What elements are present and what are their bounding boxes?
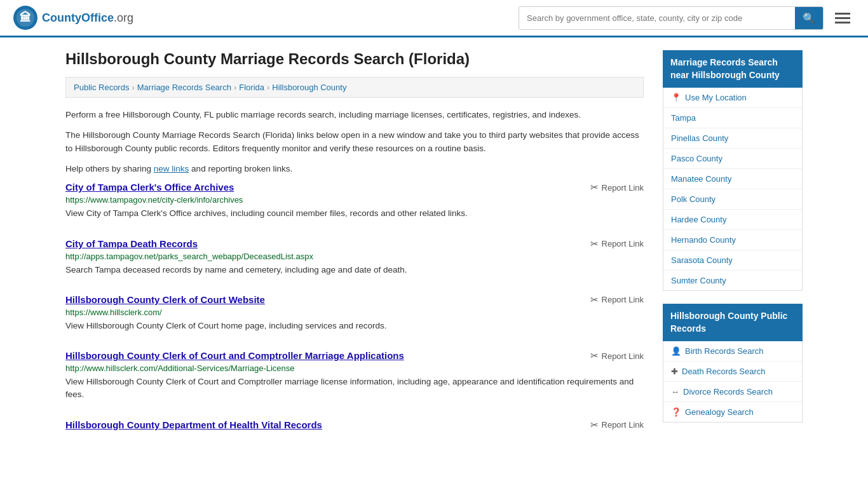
sidebar-item-divorce-records[interactable]: ↔ Divorce Records Search [663, 382, 802, 402]
breadcrumb-public-records[interactable]: Public Records [74, 83, 129, 92]
result-url: https://www.tampagov.net/city-clerk/info… [65, 195, 644, 205]
report-label: Report Link [602, 420, 644, 430]
result-header: City of Tampa Clerk's Office Archives ✂ … [65, 182, 644, 193]
site-header: 🏛 CountyOffice.org 🔍 [0, 0, 868, 37]
logo-area: 🏛 CountyOffice.org [13, 5, 133, 30]
sidebar-item-manatee[interactable]: Manatee County [663, 169, 802, 189]
sidebar-item-sarasota[interactable]: Sarasota County [663, 250, 802, 271]
sidebar-item-hardee[interactable]: Hardee County [663, 210, 802, 230]
result-header: Hillsborough County Clerk of Court and C… [65, 350, 644, 362]
report-label: Report Link [602, 351, 644, 361]
result-url: http://apps.tampagov.net/parks_search_we… [65, 252, 644, 261]
sidebar-public-records-list: 👤 Birth Records Search ✚ Death Records S… [663, 341, 803, 423]
result-header: City of Tampa Death Records ✂ Report Lin… [65, 238, 644, 250]
description-2: The Hillsborough County Marriage Records… [65, 128, 644, 156]
result-item: Hillsborough County Clerk of Court Websi… [65, 294, 644, 332]
cross-icon: ✚ [671, 367, 678, 376]
new-links-link[interactable]: new links [154, 164, 189, 173]
search-button[interactable]: 🔍 [795, 7, 823, 29]
report-icon: ✂ [590, 419, 599, 431]
manatee-link[interactable]: Manatee County [671, 174, 731, 184]
sidebar-nearby-header: Marriage Records Search near Hillsboroug… [663, 50, 803, 88]
content-area: Hillsborough County Marriage Records Sea… [65, 50, 644, 449]
sidebar-item-death-records[interactable]: ✚ Death Records Search [663, 362, 802, 382]
hernando-link[interactable]: Hernando County [671, 235, 736, 245]
divorce-records-link[interactable]: Divorce Records Search [683, 387, 773, 396]
sidebar-public-records-header: Hillsborough County Public Records [663, 304, 803, 341]
header-right: 🔍 [519, 6, 855, 30]
tampa-link[interactable]: Tampa [671, 113, 696, 123]
logo-icon: 🏛 [13, 5, 38, 30]
result-title[interactable]: Hillsborough County Department of Health… [65, 419, 322, 430]
svg-text:🏛: 🏛 [20, 11, 31, 24]
breadcrumb-hillsborough-county[interactable]: Hillsborough County [272, 83, 346, 92]
report-link-button[interactable]: ✂ Report Link [590, 238, 644, 250]
page-title: Hillsborough County Marriage Records Sea… [65, 50, 644, 68]
question-icon: ❓ [671, 407, 681, 417]
sidebar-use-location[interactable]: 📍 Use My Location [663, 88, 802, 108]
result-item: Hillsborough County Department of Health… [65, 419, 644, 431]
breadcrumb-florida[interactable]: Florida [239, 83, 264, 92]
use-my-location-link[interactable]: Use My Location [685, 93, 747, 102]
menu-line-1 [835, 13, 850, 15]
sidebar-nearby-list: 📍 Use My Location Tampa Pinellas County … [663, 88, 803, 291]
report-link-button[interactable]: ✂ Report Link [590, 419, 644, 431]
report-icon: ✂ [590, 182, 599, 193]
sidebar-item-polk[interactable]: Polk County [663, 189, 802, 210]
report-label: Report Link [602, 295, 644, 304]
report-link-button[interactable]: ✂ Report Link [590, 294, 644, 306]
arrows-icon: ↔ [671, 387, 679, 396]
sidebar-item-pinellas[interactable]: Pinellas County [663, 128, 802, 149]
pasco-link[interactable]: Pasco County [671, 154, 722, 163]
sarasota-link[interactable]: Sarasota County [671, 255, 733, 265]
search-input[interactable] [519, 8, 795, 28]
description-3: Help others by sharing new links and rep… [65, 162, 644, 176]
report-link-button[interactable]: ✂ Report Link [590, 350, 644, 362]
result-header: Hillsborough County Department of Health… [65, 419, 644, 431]
sidebar-nearby-section: Marriage Records Search near Hillsboroug… [663, 50, 803, 291]
location-pin-icon: 📍 [671, 93, 681, 102]
result-desc: View City of Tampa Clerk's Office archiv… [65, 207, 644, 220]
report-label: Report Link [602, 183, 644, 193]
result-desc: Search Tampa deceased records by name an… [65, 264, 644, 276]
report-link-button[interactable]: ✂ Report Link [590, 182, 644, 193]
result-title[interactable]: Hillsborough County Clerk of Court Websi… [65, 294, 265, 305]
report-icon: ✂ [590, 238, 599, 250]
result-header: Hillsborough County Clerk of Court Websi… [65, 294, 644, 306]
sumter-link[interactable]: Sumter County [671, 276, 726, 285]
logo-text: CountyOffice.org [42, 11, 133, 25]
menu-line-3 [835, 22, 850, 24]
genealogy-link[interactable]: Genealogy Search [685, 407, 754, 417]
result-item: City of Tampa Death Records ✂ Report Lin… [65, 238, 644, 276]
search-bar: 🔍 [519, 6, 824, 30]
breadcrumb-marriage-records-search[interactable]: Marriage Records Search [137, 83, 231, 92]
sidebar-public-records-section: Hillsborough County Public Records 👤 Bir… [663, 304, 803, 423]
sidebar-item-sumter[interactable]: Sumter County [663, 271, 802, 290]
hardee-link[interactable]: Hardee County [671, 215, 726, 224]
main-container: Hillsborough County Marriage Records Sea… [53, 37, 815, 461]
menu-button[interactable] [830, 10, 855, 26]
result-item: Hillsborough County Clerk of Court and C… [65, 350, 644, 402]
result-url: http://www.hillsclerk.com/Additional-Ser… [65, 363, 644, 373]
menu-line-2 [835, 17, 850, 19]
polk-link[interactable]: Polk County [671, 194, 715, 204]
report-icon: ✂ [590, 350, 599, 362]
result-desc: View Hillsborough County Clerk of Court … [65, 376, 644, 402]
pinellas-link[interactable]: Pinellas County [671, 133, 728, 143]
result-title[interactable]: City of Tampa Clerk's Office Archives [65, 182, 234, 193]
death-records-link[interactable]: Death Records Search [682, 367, 766, 376]
sidebar-item-genealogy[interactable]: ❓ Genealogy Search [663, 402, 802, 422]
sidebar-item-pasco[interactable]: Pasco County [663, 149, 802, 169]
report-label: Report Link [602, 239, 644, 248]
report-icon: ✂ [590, 294, 599, 306]
result-url: https://www.hillsclerk.com/ [65, 308, 644, 317]
sidebar-item-tampa[interactable]: Tampa [663, 108, 802, 128]
breadcrumb: Public Records › Marriage Records Search… [65, 77, 644, 98]
result-title[interactable]: City of Tampa Death Records [65, 238, 198, 249]
result-title[interactable]: Hillsborough County Clerk of Court and C… [65, 350, 404, 361]
result-desc: View Hillsborough County Clerk of Court … [65, 320, 644, 332]
sidebar-item-hernando[interactable]: Hernando County [663, 230, 802, 250]
birth-records-link[interactable]: Birth Records Search [685, 346, 764, 356]
sidebar-item-birth-records[interactable]: 👤 Birth Records Search [663, 341, 802, 362]
person-icon: 👤 [671, 346, 681, 356]
